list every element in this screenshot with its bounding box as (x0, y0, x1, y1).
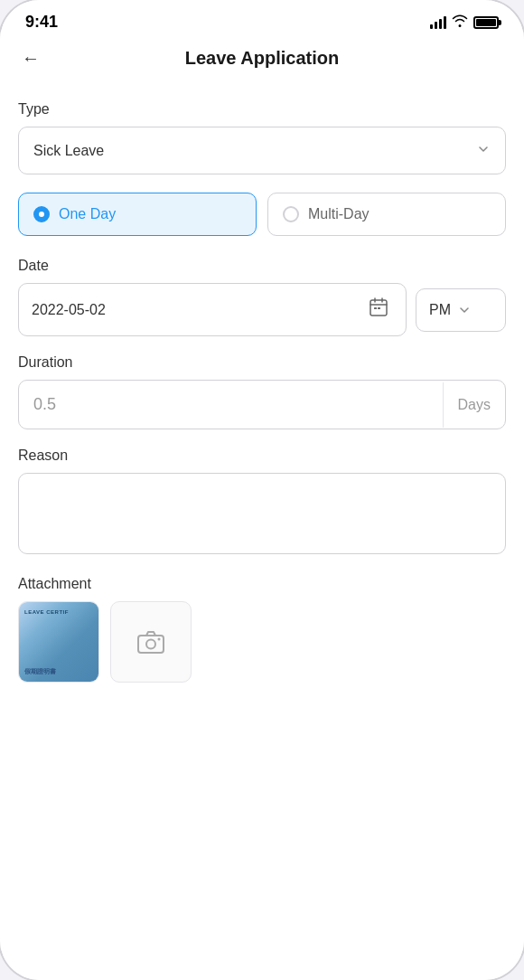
signal-icon (430, 16, 446, 29)
duration-type-selector: One Day Multi-Day (18, 193, 506, 236)
status-icons (430, 14, 499, 30)
date-input[interactable]: 2022-05-02 (18, 283, 407, 336)
duration-label: Duration (18, 354, 506, 371)
calendar-button[interactable] (364, 297, 393, 323)
reason-label: Reason (18, 448, 506, 464)
attachment-row: LEAVE CERTIF 假期證明書 (18, 601, 506, 683)
reason-textarea[interactable] (18, 473, 506, 554)
duration-unit: Days (443, 382, 505, 428)
add-attachment-button[interactable] (110, 601, 192, 683)
form-content: Type Sick Leave One Day Multi-Day Date (0, 83, 524, 980)
type-label: Type (18, 101, 506, 118)
attachment-label: Attachment (18, 576, 506, 592)
attachment-thumbnail[interactable]: LEAVE CERTIF 假期證明書 (18, 601, 99, 683)
type-dropdown[interactable]: Sick Leave (18, 127, 506, 174)
svg-point-5 (158, 638, 161, 641)
one-day-option[interactable]: One Day (18, 193, 257, 236)
multi-day-label: Multi-Day (308, 206, 370, 222)
status-bar: 9:41 (0, 0, 524, 39)
svg-rect-1 (374, 307, 377, 309)
period-chevron-icon (458, 304, 471, 316)
svg-point-4 (146, 640, 155, 649)
type-value: Sick Leave (33, 143, 104, 159)
one-day-label: One Day (59, 206, 116, 222)
multi-day-radio (283, 206, 299, 222)
page-title: Leave Application (185, 48, 339, 69)
chevron-down-icon (476, 142, 491, 159)
camera-icon (136, 629, 165, 655)
duration-input-row: Days (18, 380, 506, 429)
multi-day-option[interactable]: Multi-Day (267, 193, 506, 236)
one-day-radio (33, 206, 50, 222)
date-label: Date (18, 258, 506, 274)
wifi-icon (452, 14, 468, 30)
period-value: PM (429, 302, 451, 318)
back-button[interactable]: ← (18, 44, 43, 72)
svg-rect-2 (378, 307, 380, 309)
period-dropdown[interactable]: PM (416, 288, 506, 332)
duration-input[interactable] (19, 381, 443, 429)
status-time: 9:41 (25, 13, 58, 32)
battery-icon (473, 16, 499, 29)
app-header: ← Leave Application (0, 39, 524, 83)
phone-frame: 9:41 ← Leave Application (0, 0, 524, 980)
date-value: 2022-05-02 (32, 302, 364, 318)
date-row: 2022-05-02 PM (18, 283, 506, 336)
